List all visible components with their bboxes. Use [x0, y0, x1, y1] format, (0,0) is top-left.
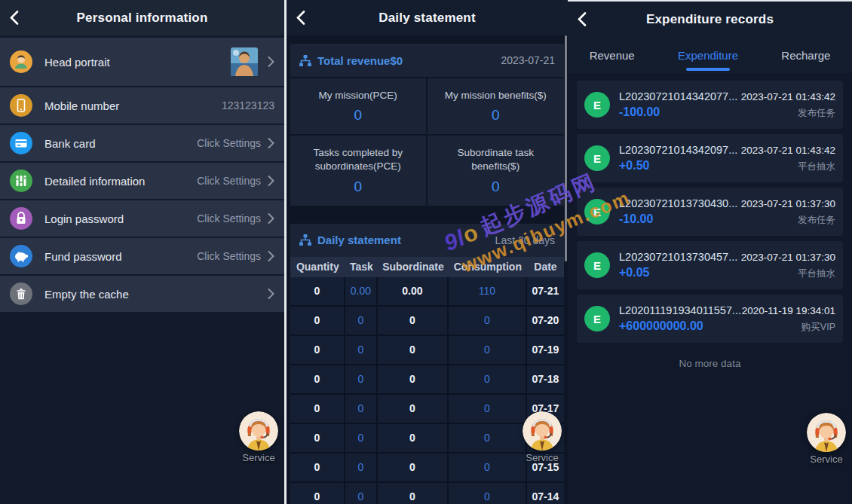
service-button[interactable]: Service — [235, 411, 282, 463]
back-button[interactable] — [296, 0, 305, 35]
cell-quantity: 0 — [290, 395, 345, 423]
record-item[interactable]: E L20230721014342097... 2023-07-21 01:43… — [577, 134, 843, 182]
personal-header: Personal information — [0, 0, 284, 35]
cell-consumption: 0 — [449, 483, 527, 504]
record-item[interactable]: E L202011191934011557... 2020-11-19 19:3… — [577, 295, 843, 343]
cell-date: 07-20 — [527, 307, 564, 334]
record-category: 购买VIP — [801, 321, 835, 334]
tab-expenditure[interactable]: Expenditure — [673, 37, 743, 73]
cell-task: 0 — [345, 336, 378, 364]
cell-task: 0 — [345, 365, 378, 393]
expenditure-badge-icon: E — [584, 145, 610, 171]
record-datetime: 2020-11-19 19:34:01 — [742, 305, 835, 316]
col-subordinate: Subordinate — [378, 257, 449, 277]
detail-list-icon — [10, 170, 32, 192]
page-title: Expenditure records — [646, 12, 774, 27]
chevron-right-icon — [268, 176, 274, 186]
cell-task: 0 — [345, 424, 378, 452]
cell-task: 0 — [345, 483, 378, 504]
record-datetime: 2023-07-21 01:43:42 — [741, 145, 835, 156]
cell-subordinate: 0 — [378, 483, 449, 504]
stat-subordinate-tasks: Tasks completed by subordinates(PCE) 0 — [290, 136, 428, 205]
list-item-bank-card[interactable]: Bank card Click Settings — [0, 125, 284, 161]
back-chevron-icon — [296, 11, 305, 25]
stat-label: Tasks completed by subordinates(PCE) — [298, 146, 418, 173]
tab-revenue[interactable]: Revenue — [585, 37, 639, 73]
record-amount: +0.05 — [619, 266, 649, 279]
record-datetime: 2023-07-21 01:43:42 — [741, 91, 835, 102]
active-tab-indicator — [686, 68, 730, 71]
tab-recharge[interactable]: Recharge — [777, 37, 835, 73]
stat-subordinate-benefits: Subordinate task benefits($) 0 — [428, 136, 565, 205]
list-item-fund-password[interactable]: Fund password Click Settings — [0, 238, 284, 274]
total-revenue-row: Total revenue$0 2023-07-21 — [290, 44, 564, 78]
cell-date: 07-14 — [527, 483, 564, 504]
record-tabs: Revenue Expenditure Recharge — [568, 37, 852, 73]
cell-subordinate: 0 — [378, 365, 449, 393]
expenditure-header: Expenditure records — [568, 2, 852, 37]
stat-label: Subordinate task benefits($) — [435, 146, 557, 173]
lock-icon — [10, 207, 32, 230]
cell-quantity: 0 — [290, 277, 345, 305]
list-item-mobile-number[interactable]: Mobile number 123123123 — [0, 87, 284, 124]
range-label: Last 30 days — [495, 234, 555, 246]
trash-icon — [10, 283, 32, 305]
total-revenue-label: Total revenue$0 — [317, 54, 403, 67]
screenshot-stage: Personal information Head portrait — [0, 0, 852, 504]
cell-subordinate: 0 — [378, 424, 449, 452]
table-row: 0 0 0 0 07-20 — [290, 307, 564, 336]
cell-subordinate: 0 — [378, 336, 449, 364]
expenditure-badge-icon: E — [584, 252, 610, 278]
no-more-data-text: No more data — [568, 358, 852, 369]
daily-header: Daily statement — [287, 0, 568, 35]
record-item[interactable]: E L20230721013730457... 2023-07-21 01:37… — [577, 241, 843, 289]
record-category: 平台抽水 — [798, 160, 835, 173]
list-item-login-password[interactable]: Login password Click Settings — [0, 200, 284, 237]
customer-service-icon — [239, 411, 278, 451]
cell-date: 07-18 — [527, 365, 564, 393]
daily-statement-section-header: Daily statement Last 30 days — [290, 224, 564, 257]
list-item-empty-cache[interactable]: Empty the cache — [0, 276, 284, 312]
cell-consumption: 0 — [449, 424, 527, 452]
customer-service-icon — [807, 413, 846, 452]
record-id: L20230721014342097... — [619, 144, 737, 156]
stat-value: 0 — [298, 107, 418, 124]
back-button[interactable] — [578, 2, 587, 37]
service-button[interactable]: Service — [519, 411, 565, 463]
item-value: Click Settings — [197, 137, 261, 149]
back-chevron-icon — [10, 11, 19, 25]
item-label: Mobile number — [44, 99, 222, 112]
list-item-head-portrait[interactable]: Head portrait — [0, 38, 284, 86]
service-button[interactable]: Service — [803, 413, 850, 465]
scrollbar[interactable] — [565, 35, 567, 261]
list-item-detailed-information[interactable]: Detailed information Click Settings — [0, 163, 284, 199]
item-label: Empty the cache — [44, 288, 261, 301]
record-id: L20230721013730457... — [619, 251, 737, 263]
stat-my-mission: My mission(PCE) 0 — [290, 78, 428, 136]
record-amount: -10.00 — [619, 212, 653, 226]
tab-label: Expenditure — [678, 49, 738, 62]
hierarchy-icon — [299, 234, 311, 246]
stat-value: 0 — [435, 107, 557, 124]
item-value: Click Settings — [197, 175, 261, 187]
back-button[interactable] — [10, 0, 19, 35]
cell-consumption: 0 — [449, 307, 527, 334]
chevron-right-icon — [268, 289, 274, 299]
col-date: Date — [527, 257, 564, 277]
record-category: 发布任务 — [798, 214, 835, 227]
stat-label: My mission benefits($) — [435, 89, 557, 102]
table-row: 0 0 0 0 07-19 — [290, 336, 564, 365]
stat-my-mission-benefits: My mission benefits($) 0 — [428, 78, 565, 136]
daily-statement-card: Daily statement Last 30 days — [290, 224, 564, 257]
record-item[interactable]: E L20230721013730430... 2023-07-21 01:37… — [577, 188, 843, 236]
cell-subordinate: 0 — [378, 395, 449, 423]
table-header-row: Quantity Task Subordinate Consumption Da… — [290, 257, 564, 277]
col-consumption: Consumption — [449, 257, 527, 277]
back-chevron-icon — [578, 12, 587, 26]
hierarchy-icon — [299, 55, 311, 66]
record-item[interactable]: E L20230721014342077... 2023-07-21 01:43… — [577, 81, 843, 129]
section-title: Daily statement — [317, 234, 401, 246]
stat-value: 0 — [298, 179, 418, 195]
stat-value: 0 — [435, 179, 557, 195]
settings-list: Head portrait — [0, 38, 284, 312]
